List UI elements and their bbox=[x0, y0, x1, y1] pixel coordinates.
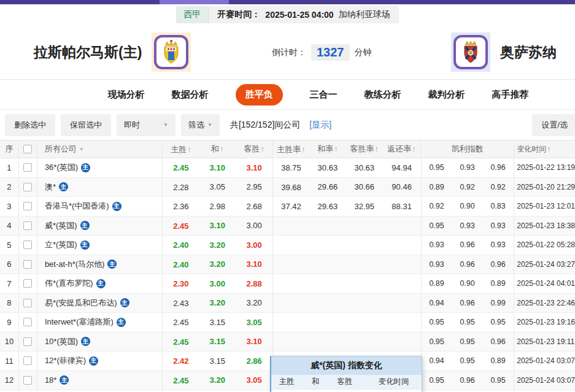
row-checkbox[interactable] bbox=[23, 183, 32, 191]
home-odds[interactable]: 2.43 bbox=[162, 294, 199, 313]
draw-odds[interactable]: 3.15 bbox=[199, 318, 236, 327]
away-odds[interactable]: 3.10 bbox=[236, 337, 272, 346]
home-odds[interactable]: 2.42 bbox=[162, 352, 199, 371]
company-cell[interactable]: 18*主 bbox=[37, 371, 163, 390]
company-cell[interactable]: 12*(菲律宾)主 bbox=[37, 352, 163, 371]
home-team-name: 拉斯帕尔马斯(主) bbox=[34, 43, 142, 62]
tab-win-draw-loss[interactable]: 胜平负 bbox=[236, 84, 283, 106]
row-checkbox[interactable] bbox=[23, 356, 32, 365]
kelly-home: 0.89 bbox=[422, 279, 452, 288]
row-checkbox[interactable] bbox=[23, 202, 32, 210]
tab-three-in-one[interactable]: 三合一 bbox=[310, 89, 338, 101]
draw-odds[interactable]: 3.00 bbox=[199, 279, 236, 288]
company-cell[interactable]: Interwet*(塞浦路斯)主 bbox=[37, 313, 163, 332]
tab-expert-picks[interactable]: 高手推荐 bbox=[492, 89, 529, 101]
company-cell[interactable]: bet-at-h*(马尔他)主 bbox=[37, 255, 163, 274]
row-checkbox[interactable] bbox=[23, 240, 32, 249]
home-odds[interactable]: 2.45 bbox=[162, 332, 199, 352]
draw-odds[interactable]: 3.20 bbox=[199, 298, 236, 307]
away-odds[interactable]: 3.20 bbox=[236, 298, 272, 307]
kelly-home: 0.95 bbox=[422, 318, 452, 326]
header-away-rate[interactable]: 客胜率↑ bbox=[346, 144, 383, 155]
kelly-cell: 0.930.960.93 bbox=[421, 236, 514, 255]
row-checkbox[interactable] bbox=[23, 279, 32, 288]
filter-select[interactable]: 筛选 ▼ bbox=[181, 114, 220, 136]
company-cell[interactable]: 伟*(直布罗陀)主 bbox=[37, 274, 163, 293]
header-change-time[interactable]: 变化时间↑ bbox=[514, 140, 575, 158]
keep-selected-button[interactable]: 保留选中 bbox=[61, 114, 111, 136]
draw-odds[interactable]: 3.10 bbox=[199, 221, 236, 230]
header-home-rate[interactable]: 主胜率↑ bbox=[272, 140, 309, 158]
company-cell[interactable]: 36*(英国)主 bbox=[37, 158, 163, 177]
away-odds[interactable]: 2.88 bbox=[236, 279, 272, 288]
home-odds[interactable]: 2.45 bbox=[162, 158, 199, 177]
time-filter-select[interactable]: 即时 ▼ bbox=[117, 114, 176, 136]
draw-odds[interactable]: 2.98 bbox=[199, 202, 236, 211]
home-odds[interactable]: 2.36 bbox=[162, 197, 199, 216]
header-return-rate[interactable]: 返还率↑ bbox=[382, 144, 420, 155]
row-checkbox[interactable] bbox=[23, 299, 32, 307]
row-checkbox-cell bbox=[18, 352, 37, 371]
company-cell[interactable]: 香港马*(中国香港)主 bbox=[37, 197, 163, 216]
row-checkbox-cell bbox=[18, 217, 37, 236]
tab-coach-analysis[interactable]: 教练分析 bbox=[365, 89, 401, 101]
select-all-checkbox[interactable] bbox=[23, 145, 32, 153]
draw-odds[interactable]: 3.20 bbox=[199, 240, 236, 250]
home-odds[interactable]: 2.30 bbox=[162, 274, 199, 293]
row-checkbox-cell bbox=[18, 178, 37, 197]
home-odds[interactable]: 2.45 bbox=[162, 217, 199, 236]
header-draw[interactable]: 和↑ bbox=[199, 144, 236, 155]
company-name: 澳* bbox=[45, 182, 56, 193]
header-draw-rate[interactable]: 和率↑ bbox=[309, 144, 346, 155]
away-odds[interactable]: 3.00 bbox=[236, 221, 272, 230]
away-odds[interactable]: 3.10 bbox=[236, 163, 272, 172]
company-cell[interactable]: 澳*主 bbox=[37, 178, 163, 197]
row-checkbox[interactable] bbox=[23, 260, 32, 269]
home-odds[interactable]: 2.45 bbox=[162, 313, 199, 332]
table-row: 2澳*主2.283.052.9539.6829.6630.6690.460.89… bbox=[0, 178, 575, 198]
home-rate bbox=[272, 274, 309, 293]
away-odds[interactable]: 3.10 bbox=[236, 259, 272, 269]
away-odds[interactable]: 3.05 bbox=[236, 375, 272, 385]
away-odds[interactable]: 2.95 bbox=[236, 182, 272, 191]
countdown: 倒计时： 1327 分钟 bbox=[272, 44, 372, 61]
tab-referee-analysis[interactable]: 裁判分析 bbox=[428, 89, 465, 101]
header-home[interactable]: 主胜↑ bbox=[162, 140, 199, 158]
row-checkbox[interactable] bbox=[23, 376, 32, 385]
company-cell[interactable]: 威*(英国)主 bbox=[37, 217, 163, 236]
away-odds[interactable]: 3.05 bbox=[236, 318, 272, 327]
kelly-draw: 0.93 bbox=[452, 163, 483, 172]
home-odds[interactable]: 2.40 bbox=[162, 236, 199, 255]
draw-odds[interactable]: 3.20 bbox=[199, 375, 236, 385]
draw-odds[interactable]: 3.10 bbox=[199, 163, 236, 172]
tab-live-analysis[interactable]: 现场分析 bbox=[108, 89, 145, 101]
return-rate: 94.94 bbox=[383, 163, 421, 172]
row-checkbox[interactable] bbox=[23, 221, 32, 230]
settings-button[interactable]: 设置/选 bbox=[532, 114, 575, 136]
company-cell[interactable]: 易*(安提瓜和巴布达)主 bbox=[37, 294, 163, 313]
away-odds[interactable]: 3.00 bbox=[236, 240, 272, 250]
row-checkbox[interactable] bbox=[23, 318, 32, 326]
draw-odds[interactable]: 3.05 bbox=[199, 182, 236, 191]
show-link[interactable]: [显示] bbox=[309, 120, 331, 131]
home-odds[interactable]: 2.45 bbox=[162, 371, 199, 390]
away-odds[interactable]: 2.68 bbox=[236, 202, 272, 211]
row-checkbox[interactable] bbox=[23, 337, 32, 346]
draw-odds[interactable]: 3.20 bbox=[199, 259, 236, 269]
home-odds[interactable]: 2.40 bbox=[162, 255, 199, 274]
tab-data-analysis[interactable]: 数据分析 bbox=[172, 89, 209, 101]
home-odds[interactable]: 2.28 bbox=[162, 178, 199, 197]
company-cell[interactable]: 10*(英国)主 bbox=[37, 332, 163, 352]
header-company[interactable]: 所有公司 ▼ bbox=[37, 140, 163, 158]
header-away[interactable]: 客胜↑ bbox=[236, 144, 272, 155]
draw-rate: 30.63 bbox=[309, 163, 346, 172]
draw-odds[interactable]: 3.15 bbox=[199, 356, 236, 366]
away-odds[interactable]: 2.86 bbox=[236, 356, 272, 366]
row-checkbox[interactable] bbox=[23, 163, 32, 172]
kelly-away: 0.95 bbox=[483, 376, 514, 385]
delete-selected-button[interactable]: 删除选中 bbox=[5, 114, 55, 136]
draw-odds[interactable]: 3.15 bbox=[199, 337, 236, 346]
company-cell[interactable]: 立*(英国)主 bbox=[37, 236, 163, 255]
row-checkbox-cell bbox=[18, 255, 37, 274]
company-name: 36*(英国) bbox=[45, 162, 78, 173]
